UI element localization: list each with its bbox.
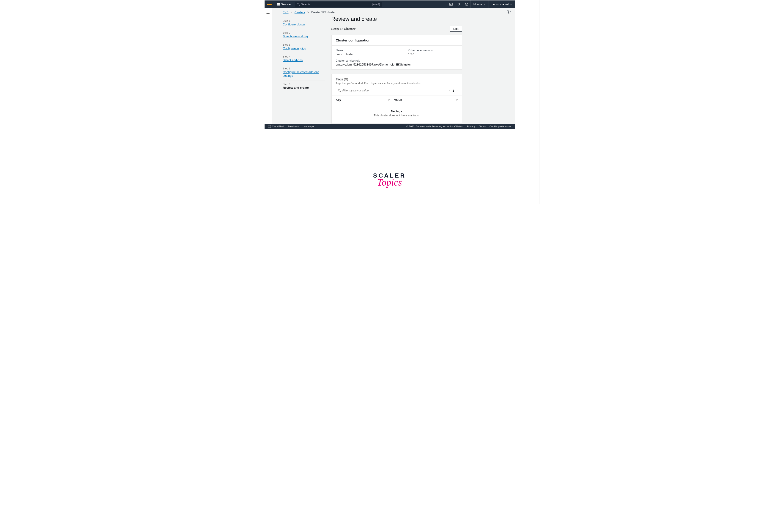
pager-next-icon[interactable]: › xyxy=(457,88,458,92)
tags-filter-input[interactable] xyxy=(343,89,445,92)
step-label: Step 6 xyxy=(283,83,325,85)
cloudshell-icon xyxy=(268,125,271,128)
tags-empty-title: No tags xyxy=(334,110,460,113)
svg-rect-9 xyxy=(268,125,271,128)
tags-description: Tags that you've added. Each tag consist… xyxy=(336,82,458,84)
tags-th-key[interactable]: Key ▽ xyxy=(336,98,394,102)
step-link-specify-networking[interactable]: Specify networking xyxy=(283,35,325,39)
footer-cookies[interactable]: Cookie preferences xyxy=(489,125,511,128)
breadcrumb-eks[interactable]: EKS xyxy=(283,11,289,14)
name-value: demo_cluster xyxy=(336,53,394,56)
svg-rect-2 xyxy=(450,3,453,5)
tags-count: (0) xyxy=(344,77,348,81)
sort-icon: ▽ xyxy=(456,99,458,101)
svg-line-8 xyxy=(340,91,341,92)
services-button[interactable]: Services xyxy=(275,0,294,8)
svg-point-0 xyxy=(297,3,299,5)
help-icon[interactable]: ? xyxy=(463,0,471,8)
tags-filter-box[interactable] xyxy=(336,88,447,93)
chevron-down-icon xyxy=(484,4,486,5)
footer: CloudShell Feedback Language © 2023, Ama… xyxy=(264,124,515,129)
region-selector[interactable]: Mumbai xyxy=(471,0,489,8)
search-input[interactable] xyxy=(301,3,371,6)
footer-feedback[interactable]: Feedback xyxy=(288,125,299,128)
step-current-review: Review and create xyxy=(283,86,325,90)
cloudshell-icon[interactable] xyxy=(447,0,455,8)
page-title: Review and create xyxy=(332,16,462,22)
section-title: Step 1: Cluster xyxy=(332,27,356,31)
services-grid-icon xyxy=(277,3,280,5)
search-kbd-hint: [Alt+S] xyxy=(372,3,380,6)
sort-icon: ▽ xyxy=(388,99,390,101)
user-menu[interactable]: demo_manual xyxy=(489,0,515,8)
footer-cloudshell[interactable]: CloudShell xyxy=(268,125,284,128)
watermark-bottom: Topics xyxy=(373,177,406,188)
svg-line-1 xyxy=(299,5,300,6)
step-label: Step 4 xyxy=(283,55,325,58)
breadcrumb-clusters[interactable]: Clusters xyxy=(295,11,305,14)
step-label: Step 5 xyxy=(283,67,325,70)
top-nav: aws Services [Alt+S] ? xyxy=(264,0,515,8)
wizard-stepper: Step 1 Configure cluster Step 2 Specify … xyxy=(283,16,325,124)
name-label: Name xyxy=(336,49,394,52)
footer-language[interactable]: Language xyxy=(303,125,314,128)
search-icon xyxy=(338,89,341,92)
tags-panel: Tags (0) Tags that you've added. Each ta… xyxy=(332,74,462,124)
tags-title: Tags (0) xyxy=(336,77,348,81)
breadcrumb: EKS > Clusters > Create EKS cluster xyxy=(272,8,515,16)
chevron-down-icon xyxy=(510,4,512,5)
tags-pager: ‹ 1 › xyxy=(449,88,458,92)
cluster-config-panel: Cluster configuration Name demo_cluster … xyxy=(332,35,462,70)
aws-logo[interactable]: aws xyxy=(264,3,275,6)
edit-button[interactable]: Edit xyxy=(450,26,462,32)
footer-privacy[interactable]: Privacy xyxy=(467,125,475,128)
tags-empty-text: This cluster does not have any tags. xyxy=(334,114,460,117)
step-link-configure-addons-settings[interactable]: Configure selected add-ons settings xyxy=(283,70,325,78)
tags-th-value[interactable]: Value ▽ xyxy=(394,98,458,102)
k8s-version-label: Kubernetes version xyxy=(408,49,433,52)
k8s-version-value: 1.27 xyxy=(408,53,433,56)
svg-text:?: ? xyxy=(466,3,467,5)
search-icon xyxy=(297,3,300,6)
footer-terms[interactable]: Terms xyxy=(479,125,486,128)
info-icon[interactable]: i xyxy=(507,10,511,13)
step-label: Step 1 xyxy=(283,19,325,22)
user-label: demo_manual xyxy=(491,3,509,6)
step-label: Step 2 xyxy=(283,32,325,34)
menu-toggle-icon[interactable]: ☰ xyxy=(264,10,272,15)
notifications-icon[interactable] xyxy=(455,0,463,8)
service-role-label: Cluster service role xyxy=(336,59,411,62)
pager-current: 1 xyxy=(453,89,454,92)
step-link-configure-cluster[interactable]: Configure cluster xyxy=(283,23,325,26)
search-box[interactable]: [Alt+S] xyxy=(295,2,382,7)
pager-prev-icon[interactable]: ‹ xyxy=(449,88,450,92)
step-link-configure-logging[interactable]: Configure logging xyxy=(283,47,325,50)
step-link-select-addons[interactable]: Select add-ons xyxy=(283,58,325,62)
footer-copyright: © 2023, Amazon Web Services, Inc. or its… xyxy=(406,125,463,128)
panel-header: Cluster configuration xyxy=(332,35,462,46)
step-label: Step 3 xyxy=(283,43,325,46)
breadcrumb-current: Create EKS cluster xyxy=(311,11,335,14)
region-label: Mumbai xyxy=(473,3,483,6)
watermark: SCALER Topics xyxy=(373,172,406,188)
service-role-value: arn:aws:iam::528625533497:role/Demo_role… xyxy=(336,63,411,66)
svg-point-7 xyxy=(338,90,340,92)
services-label: Services xyxy=(281,3,292,6)
